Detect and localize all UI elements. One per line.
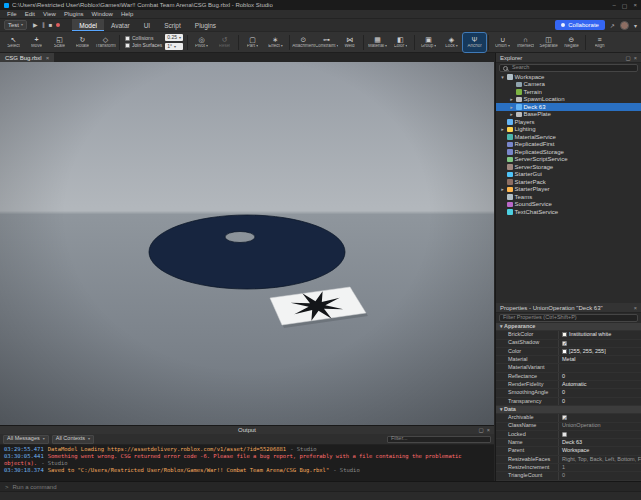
property-value[interactable]: [558, 414, 641, 421]
property-row[interactable]: Reflectance 0: [496, 373, 641, 381]
menu-item[interactable]: View: [39, 11, 60, 17]
output-log[interactable]: 03:29:55.471DataModel Loading https://as…: [0, 445, 494, 481]
tree-item[interactable]: Camera: [496, 81, 641, 89]
toolbar-button[interactable]: Anchor: [463, 33, 486, 52]
playtest-mode-dropdown[interactable]: Test ▾: [4, 20, 27, 30]
ribbon-tab[interactable]: Avatar: [104, 19, 137, 31]
property-value[interactable]: [558, 431, 641, 438]
toolbar-button[interactable]: Separate: [537, 33, 560, 52]
close-icon[interactable]: ×: [634, 55, 637, 61]
tree-item[interactable]: MaterialService: [496, 133, 641, 141]
messages-filter-dropdown[interactable]: All Messages ▾: [3, 435, 49, 444]
toolbar-button[interactable]: [363, 35, 364, 50]
property-row[interactable]: Archivable: [496, 414, 641, 422]
toolbar-button[interactable]: Constraint: [315, 33, 338, 52]
toolbar-button[interactable]: Lock: [440, 33, 463, 52]
tree-item[interactable]: Deck 63: [496, 103, 641, 111]
tree-item[interactable]: SpawnLocation: [496, 96, 641, 104]
property-value[interactable]: 0: [558, 398, 641, 405]
tree-item[interactable]: StarterPlayer: [496, 186, 641, 194]
property-row[interactable]: MaterialVariant: [496, 364, 641, 372]
toolbar-button[interactable]: Weld: [338, 33, 361, 52]
tree-item[interactable]: Workspace: [496, 73, 641, 81]
property-value[interactable]: [255, 255, 255]: [558, 348, 641, 355]
toolbar-button[interactable]: Reset: [213, 33, 236, 52]
union-disc-object[interactable]: [149, 215, 345, 289]
tree-item[interactable]: BasePlate: [496, 111, 641, 119]
tree-item[interactable]: Lighting: [496, 126, 641, 134]
toolbar-button[interactable]: Material: [366, 33, 389, 52]
property-row[interactable]: Transparency 0: [496, 398, 641, 406]
toolbar-button[interactable]: [238, 35, 239, 50]
property-value[interactable]: [558, 364, 641, 371]
property-value[interactable]: Metal: [558, 356, 641, 363]
property-row[interactable]: Name Deck 63: [496, 439, 641, 447]
property-row[interactable]: Material Metal: [496, 356, 641, 364]
property-value[interactable]: 0: [558, 373, 641, 380]
ribbon-tab[interactable]: Model: [72, 19, 104, 31]
tree-item[interactable]: ServerScriptService: [496, 156, 641, 164]
close-icon[interactable]: ×: [634, 305, 637, 311]
property-row[interactable]: Data: [496, 406, 641, 414]
contexts-filter-dropdown[interactable]: All Contexts ▾: [52, 435, 94, 444]
toolbar-button[interactable]: Scale: [48, 33, 71, 52]
property-row[interactable]: Color [255, 255, 255]: [496, 348, 641, 356]
output-filter-input[interactable]: Filter...: [387, 436, 491, 443]
toolbar-button[interactable]: Intersect: [514, 33, 537, 52]
document-tab[interactable]: CSG Bug.rbxl ×: [0, 53, 54, 62]
join-surfaces-checkbox[interactable]: [125, 43, 130, 48]
tree-item[interactable]: Players: [496, 118, 641, 126]
property-value[interactable]: 1: [558, 464, 641, 471]
play-button[interactable]: ▶: [33, 22, 38, 28]
checkbox[interactable]: [562, 341, 567, 346]
property-value[interactable]: UnionOperation: [558, 423, 641, 430]
property-row[interactable]: Appearance: [496, 323, 641, 331]
dock-icon[interactable]: ▢: [626, 55, 631, 61]
tree-item[interactable]: Terrain: [496, 88, 641, 96]
command-bar-input[interactable]: > Run a command: [0, 481, 641, 491]
toolbar-button[interactable]: Negate: [560, 33, 583, 52]
stop-button[interactable]: ■: [49, 22, 53, 28]
join-surfaces-toggle[interactable]: Join Surfaces: [125, 43, 162, 48]
tree-item[interactable]: SoundService: [496, 201, 641, 209]
menu-item[interactable]: Plugins: [60, 11, 88, 17]
toolbar-button[interactable]: [585, 35, 586, 50]
minimize-icon[interactable]: –: [612, 2, 615, 9]
toolbar-button[interactable]: Select: [2, 33, 25, 52]
explorer-search-input[interactable]: Search: [499, 64, 638, 72]
toolbar-button[interactable]: Union: [491, 33, 514, 52]
tree-item[interactable]: ServerStorage: [496, 163, 641, 171]
property-row[interactable]: RenderFidelity Automatic: [496, 381, 641, 389]
toolbar-button[interactable]: Pivot: [190, 33, 213, 52]
property-row[interactable]: Locked: [496, 431, 641, 439]
property-row[interactable]: SmoothingAngle 0: [496, 389, 641, 397]
expand-arrow-icon[interactable]: [500, 74, 505, 80]
close-tab-icon[interactable]: ×: [46, 55, 50, 61]
move-snap-stepper[interactable]: 0.25: [165, 34, 183, 41]
property-row[interactable]: CastShadow: [496, 340, 641, 348]
property-value[interactable]: [558, 340, 641, 347]
dock-icon[interactable]: ▢: [479, 427, 484, 433]
maximize-icon[interactable]: ▢: [622, 2, 628, 9]
property-value[interactable]: Workspace: [558, 447, 641, 454]
tree-item[interactable]: StarterPack: [496, 178, 641, 186]
checkbox[interactable]: [562, 415, 567, 420]
close-icon[interactable]: ×: [633, 2, 637, 9]
menu-item[interactable]: File: [3, 11, 21, 17]
tree-item[interactable]: TextChatService: [496, 208, 641, 215]
property-row[interactable]: Parent Workspace: [496, 447, 641, 455]
user-avatar[interactable]: [620, 21, 629, 30]
checkbox[interactable]: [562, 432, 567, 437]
expand-arrow-icon[interactable]: [500, 126, 505, 132]
property-value[interactable]: Deck 63: [558, 439, 641, 446]
expand-arrow-icon[interactable]: [500, 186, 505, 192]
property-value[interactable]: Right, Top, Back, Left, Bottom, Front: [558, 456, 641, 463]
collisions-checkbox[interactable]: [125, 36, 130, 41]
property-row[interactable]: BrickColor Institutional white: [496, 331, 641, 339]
toolbar-button[interactable]: Effect: [264, 33, 287, 52]
close-icon[interactable]: ×: [487, 427, 490, 433]
toolbar-button[interactable]: Color: [389, 33, 412, 52]
property-value[interactable]: Automatic: [558, 381, 641, 388]
toolbar-button[interactable]: [414, 35, 415, 50]
property-row[interactable]: TriangleCount 0: [496, 472, 641, 480]
